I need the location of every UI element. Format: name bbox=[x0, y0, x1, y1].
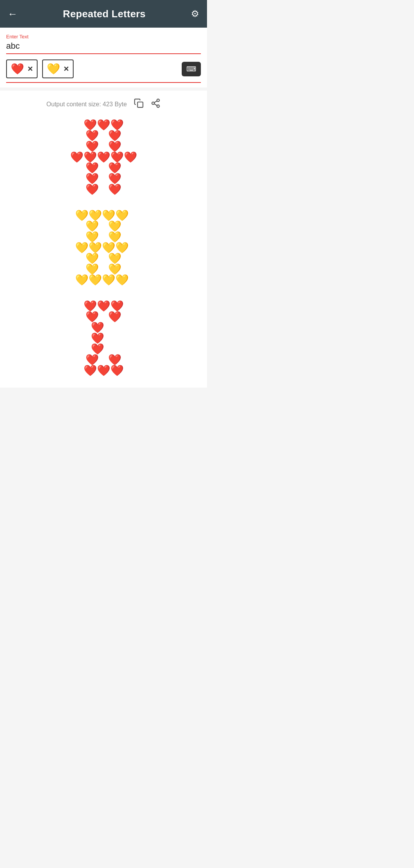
letter-cell bbox=[99, 141, 102, 152]
letter-cell: ❤️ bbox=[70, 152, 84, 163]
letter-row: ❤️ ❤️ bbox=[85, 163, 121, 173]
letter-cell bbox=[102, 355, 105, 365]
letter-cell bbox=[102, 141, 105, 152]
copy-button[interactable] bbox=[134, 98, 144, 111]
letter-cell bbox=[113, 322, 116, 333]
letter-cell bbox=[105, 141, 108, 152]
letter-cell: ❤️ bbox=[84, 365, 97, 376]
letter-cell bbox=[113, 333, 116, 344]
letter-row: ❤️ bbox=[91, 333, 116, 344]
letter-cell bbox=[99, 130, 102, 141]
letter-row: ❤️ ❤️ bbox=[85, 141, 121, 152]
letter-row: ❤️❤️❤️ bbox=[80, 301, 127, 312]
letter-cell: ❤️ bbox=[97, 365, 110, 376]
letter-cell bbox=[107, 344, 110, 355]
text-input[interactable] bbox=[6, 41, 201, 51]
letter-cell bbox=[99, 232, 102, 243]
letter-cell: ❤️ bbox=[110, 301, 124, 312]
letter-cell: ❤️ bbox=[91, 333, 104, 344]
letter-cell: ❤️ bbox=[84, 301, 97, 312]
letter-row: 💛 💛 bbox=[85, 264, 121, 275]
letter-cell bbox=[102, 221, 105, 232]
letter-cell bbox=[105, 221, 108, 232]
letter-cell bbox=[102, 184, 105, 195]
emoji-chip-yellow-heart[interactable]: 💛 ✕ bbox=[42, 59, 74, 78]
letter-cell bbox=[124, 301, 127, 312]
emoji-chip-red-heart[interactable]: ❤️ ✕ bbox=[6, 59, 38, 78]
yellow-heart-emoji: 💛 bbox=[47, 63, 60, 75]
remove-yellow-heart-button[interactable]: ✕ bbox=[63, 65, 69, 73]
letter-row: 💛💛💛💛 bbox=[75, 243, 132, 253]
settings-icon[interactable]: ⚙ bbox=[191, 8, 199, 19]
letter-cell: ❤️ bbox=[108, 355, 122, 365]
letter-cell: ❤️ bbox=[85, 141, 99, 152]
letter-cell bbox=[99, 173, 102, 184]
letter-cell bbox=[110, 322, 113, 333]
letter-cell bbox=[124, 120, 127, 130]
input-section: Enter Text ❤️ ✕ 💛 ✕ ⌨ bbox=[0, 28, 207, 87]
letter-cell: 💛 bbox=[115, 243, 129, 253]
letter-cell: ❤️ bbox=[110, 152, 124, 163]
letter-cell bbox=[80, 120, 84, 130]
letter-row: ❤️ ❤️ bbox=[85, 312, 121, 322]
letter-cell: ❤️ bbox=[97, 301, 110, 312]
letter-cell: 💛 bbox=[108, 264, 122, 275]
letter-cell bbox=[107, 322, 110, 333]
letter-cell: ❤️ bbox=[108, 173, 122, 184]
letter-cell: 💛 bbox=[102, 210, 115, 221]
letter-cell bbox=[105, 232, 108, 243]
letter-cell: ❤️ bbox=[110, 120, 124, 130]
letter-cell: ❤️ bbox=[91, 344, 104, 355]
letter-cell: ❤️ bbox=[85, 355, 99, 365]
letter-cell: ❤️ bbox=[108, 130, 122, 141]
letter-cell bbox=[105, 312, 108, 322]
letter-cell: ❤️ bbox=[110, 365, 124, 376]
letter-c-grid: ❤️❤️❤️ ❤️ ❤️❤️ ❤️ ❤️ ❤️ ❤️ ❤️❤️❤️ bbox=[80, 301, 127, 376]
letter-cell bbox=[102, 163, 105, 173]
letter-cell: 💛 bbox=[85, 264, 99, 275]
letter-display: ❤️❤️❤️ ❤️ ❤️❤️ ❤️❤️❤️❤️❤️❤️❤️ ❤️❤️ ❤️❤️ … bbox=[6, 120, 201, 376]
letter-row: ❤️ bbox=[91, 344, 116, 355]
letter-cell: 💛 bbox=[108, 221, 122, 232]
letter-cell: 💛 bbox=[108, 232, 122, 243]
letter-cell bbox=[99, 221, 102, 232]
red-heart-emoji: ❤️ bbox=[11, 63, 24, 75]
output-section: Output content size: 423 Byte ❤️❤️❤️ ❤️ … bbox=[0, 91, 207, 388]
letter-cell: 💛 bbox=[75, 210, 89, 221]
letter-cell bbox=[129, 210, 132, 221]
letter-a-grid: ❤️❤️❤️ ❤️ ❤️❤️ ❤️❤️❤️❤️❤️❤️❤️ ❤️❤️ ❤️❤️ … bbox=[70, 120, 137, 195]
letter-cell: ❤️ bbox=[84, 152, 97, 163]
letter-row: ❤️ ❤️ bbox=[85, 355, 121, 365]
letter-cell: 💛 bbox=[102, 275, 115, 285]
letter-cell: ❤️ bbox=[97, 120, 110, 130]
svg-rect-0 bbox=[138, 102, 143, 107]
letter-cell bbox=[105, 355, 108, 365]
letter-row: ❤️ ❤️ bbox=[85, 173, 121, 184]
share-button[interactable] bbox=[151, 98, 161, 111]
letter-cell: 💛 bbox=[89, 275, 102, 285]
letter-cell bbox=[129, 243, 132, 253]
letter-cell bbox=[104, 333, 107, 344]
letter-cell: 💛 bbox=[115, 275, 129, 285]
keyboard-button[interactable]: ⌨ bbox=[182, 62, 201, 76]
letter-cell: ❤️ bbox=[84, 120, 97, 130]
letter-cell: 💛 bbox=[102, 243, 115, 253]
output-header: Output content size: 423 Byte bbox=[6, 98, 201, 111]
letter-cell: 💛 bbox=[85, 232, 99, 243]
letter-cell: 💛 bbox=[75, 243, 89, 253]
letter-cell: ❤️ bbox=[108, 163, 122, 173]
letter-cell bbox=[99, 355, 102, 365]
remove-red-heart-button[interactable]: ✕ bbox=[27, 65, 33, 73]
input-label: Enter Text bbox=[6, 34, 201, 40]
letter-cell bbox=[102, 173, 105, 184]
svg-point-3 bbox=[157, 105, 159, 107]
back-button[interactable]: ← bbox=[8, 8, 18, 20]
letter-cell: ❤️ bbox=[108, 184, 122, 195]
letter-cell bbox=[129, 275, 132, 285]
letter-cell bbox=[110, 344, 113, 355]
letter-cell bbox=[105, 173, 108, 184]
letter-cell: ❤️ bbox=[124, 152, 137, 163]
page-title: Repeated Letters bbox=[63, 8, 146, 20]
letter-cell bbox=[102, 312, 105, 322]
letter-cell: ❤️ bbox=[85, 163, 99, 173]
